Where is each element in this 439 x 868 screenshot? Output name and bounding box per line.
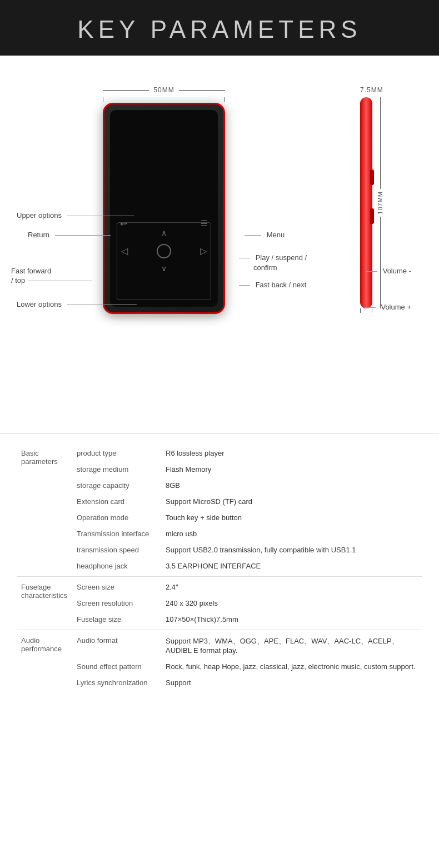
param-value: Flash Memory [161,461,422,477]
table-row: headphone jack 3.5 EARPHONE INTERFACE [17,558,422,574]
table-row: Sound effect pattern Rock, funk, heap Ho… [17,659,422,675]
param-name: product type [72,445,161,461]
param-value: Support USB2.0 transmission, fully compa… [161,542,422,558]
phone-reflection [108,314,219,321]
param-value: 107×50×(Thick)7.5mm [161,611,422,627]
table-row: Audio performance Audio format Support M… [17,632,422,659]
table-row: Transmission interface micro usb [17,526,422,542]
params-table: Basic parameters product type R6 lossles… [17,445,422,691]
param-name: Sound effect pattern [72,659,161,675]
category-cell: Fuselage characteristics [17,579,72,627]
param-name: Extension card [72,493,161,510]
device-front: 50MM ↩ ☰ ∧ ◁ [103,86,225,321]
header: KEY PARAMETERS [0,0,439,56]
label-volume-minus: Volume - [366,267,411,275]
param-name: Screen size [72,579,161,595]
param-value: Touch key + side button [161,510,422,526]
label-fast-back: Fast back / next [239,281,306,289]
param-name: headphone jack [72,558,161,574]
param-value: 2.4″ [161,579,422,595]
label-menu: Menu [245,231,285,239]
table-row: Screen resolution 240 x 320 pixels [17,595,422,611]
phone-front: ↩ ☰ ∧ ◁ ▷ ∨ [103,103,225,314]
page-title: KEY PARAMETERS [0,16,439,43]
label-upper-options: Upper options [17,211,134,220]
label-play-suspend: Play / suspend / confirm [239,253,307,273]
param-name: Fuselage size [72,611,161,627]
table-row: Lyrics synchronization Support [17,675,422,691]
param-value: R6 lossless player [161,445,422,461]
width-dimension: 50MM [149,86,178,94]
param-value: Rock, funk, heap Hope, jazz, classical, … [161,659,422,675]
phone-side [360,97,372,308]
param-name: storage capacity [72,477,161,493]
phone-screen: ↩ ☰ ∧ ◁ ▷ ∨ [110,110,218,307]
label-return: Return [28,231,111,239]
category-cell: Audio performance [17,632,72,691]
param-value: Support MP3、WMA、OGG、APE、FLAC、WAV、AAC-LC、… [161,632,422,659]
nav-border [117,222,211,300]
table-row: Operation mode Touch key + side button [17,510,422,526]
param-value: 240 x 320 pixels [161,595,422,611]
vol-plus-button [370,208,374,224]
table-row: Extension card Support MicroSD (TF) card [17,493,422,510]
param-value: Support MicroSD (TF) card [161,493,422,510]
depth-dimension: 7.5MM [360,86,383,94]
param-name: Operation mode [72,510,161,526]
table-row: storage medium Flash Memory [17,461,422,477]
height-dimension: 107MM [377,189,383,217]
diagram-section: 50MM ↩ ☰ ∧ ◁ [0,56,439,433]
table-row: Fuselage characteristics Screen size 2.4… [17,579,422,595]
label-volume-plus: Volume + [365,303,411,311]
param-name: transmission speed [72,542,161,558]
param-name: Transmission interface [72,526,161,542]
param-value: micro usb [161,526,422,542]
param-value: 3.5 EARPHONE INTERFACE [161,558,422,574]
vol-minus-button [370,169,374,185]
param-name: Lyrics synchronization [72,675,161,691]
table-row: storage capacity 8GB [17,477,422,493]
table-row: Basic parameters product type R6 lossles… [17,445,422,461]
category-cell: Basic parameters [17,445,72,574]
param-name: Screen resolution [72,595,161,611]
param-value: Support [161,675,422,691]
param-name: Audio format [72,632,161,659]
param-name: storage medium [72,461,161,477]
device-side: 7.5MM 107MM [360,86,383,313]
table-row: transmission speed Support USB2.0 transm… [17,542,422,558]
param-value: 8GB [161,477,422,493]
label-lower-options: Lower options [17,300,137,308]
label-fast-forward: Fast forward / top [11,267,92,286]
params-section: Basic parameters product type R6 lossles… [0,433,439,696]
table-row: Fuselage size 107×50×(Thick)7.5mm [17,611,422,627]
